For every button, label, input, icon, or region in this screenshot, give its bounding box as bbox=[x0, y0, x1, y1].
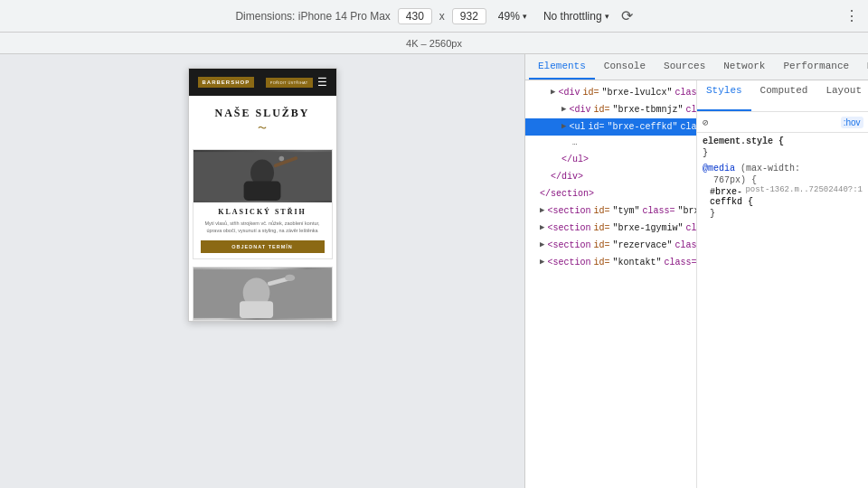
styles-panel: Styles Computed Layout Event Listeners ⊘ bbox=[697, 80, 868, 488]
zoom-chevron-icon: ▾ bbox=[523, 12, 527, 21]
elements-line-section-1gymiw[interactable]: ▶ <section id="brxe-1gymiw" class="brxe-… bbox=[525, 220, 696, 237]
media-query-line2: 767px) { post-1362.m..72502440?:1 bbox=[703, 175, 863, 185]
service-card-haircut-button[interactable]: OBJEDNAT TERMÍN bbox=[201, 240, 325, 253]
style-rule-element: element.style { } bbox=[703, 136, 863, 158]
elements-line-section-rezervace[interactable]: ▶ <section id="rezervace" class="brxe-se… bbox=[525, 237, 696, 254]
styles-tab-computed[interactable]: Computed bbox=[751, 80, 817, 111]
svg-rect-11 bbox=[193, 269, 332, 318]
haircut-image-svg bbox=[193, 150, 332, 202]
tab-elements[interactable]: Elements bbox=[529, 54, 595, 80]
zoom-value: 49% bbox=[498, 10, 520, 23]
media-inner-close: } bbox=[710, 209, 863, 219]
styles-tab-bar: Styles Computed Layout Event Listeners bbox=[697, 80, 868, 112]
site-logo: BARBERSHOP bbox=[198, 77, 255, 88]
elements-line-container[interactable]: <div id="brxe-lvulcx" class="brxe-contai… bbox=[525, 84, 696, 101]
device-label: Dimensions: iPhone 14 Pro Max bbox=[235, 10, 390, 23]
height-input[interactable] bbox=[452, 8, 486, 24]
tab-elements-label: Elements bbox=[538, 61, 586, 71]
tab-sources-label: Sources bbox=[664, 61, 705, 71]
service-card-haircut-body: KLASICKÝ STŘIH Mytí vlasů, střih strojke… bbox=[193, 202, 332, 258]
mobile-frame: BARBERSHOP POŘÍDIT ÚSTŘIHAT ☰ NAŠE SLUŽB… bbox=[188, 68, 337, 322]
devtools-tab-bar: Elements Console Sources Network Perform… bbox=[525, 54, 868, 80]
expand-arrow-icon bbox=[551, 86, 555, 99]
filter-hov-button[interactable]: :hov bbox=[841, 117, 863, 128]
styles-tab-computed-label: Computed bbox=[760, 85, 808, 96]
expand-arrow-icon2: ▶ bbox=[561, 103, 566, 117]
elements-line-div[interactable]: ▶ <div id="brxe-tbmnjz" class="brxe-div"… bbox=[525, 101, 696, 118]
device-dimension-controls: Dimensions: iPhone 14 Pro Max x 49% ▾ No… bbox=[235, 7, 632, 24]
service-card-haircut-title: KLASICKÝ STŘIH bbox=[201, 208, 325, 216]
styles-tab-styles-label: Styles bbox=[706, 85, 742, 96]
throttle-chevron-icon: ▾ bbox=[605, 12, 609, 21]
tab-console-label: Console bbox=[604, 61, 646, 71]
styles-tab-styles[interactable]: Styles bbox=[697, 80, 751, 111]
site-navigation: BARBERSHOP POŘÍDIT ÚSTŘIHAT ☰ bbox=[189, 69, 336, 96]
expand-arrow-icon3: ▶ bbox=[561, 120, 566, 134]
tab-sources[interactable]: Sources bbox=[655, 54, 714, 80]
expand-arrow-icon6: ▶ bbox=[540, 239, 544, 252]
resolution-label: 4K – 2560px bbox=[406, 38, 462, 49]
preview-area: BARBERSHOP POŘÍDIT ÚSTŘIHAT ☰ NAŠE SLUŽB… bbox=[0, 54, 524, 488]
devtools-top-bar: Dimensions: iPhone 14 Pro Max x 49% ▾ No… bbox=[0, 0, 868, 33]
tab-console[interactable]: Console bbox=[595, 54, 655, 80]
nav-cta-button[interactable]: POŘÍDIT ÚSTŘIHAT bbox=[266, 78, 313, 88]
styles-tab-layout[interactable]: Layout bbox=[816, 80, 868, 111]
throttle-value: No throttling bbox=[543, 10, 602, 23]
service-image-shave bbox=[193, 267, 332, 320]
expand-arrow-icon5: ▶ bbox=[540, 221, 544, 235]
style-source-label: post-1362.m..72502440?:1 bbox=[745, 185, 863, 194]
service-image-haircut bbox=[193, 150, 332, 202]
elements-panel: <div id="brxe-lvulcx" class="brxe-contai… bbox=[525, 80, 697, 488]
top-bar-right: ⋮ bbox=[844, 7, 859, 24]
main-area: BARBERSHOP POŘÍDIT ÚSTŘIHAT ☰ NAŠE SLUŽB… bbox=[0, 54, 868, 488]
expand-arrow-icon4: ▶ bbox=[540, 204, 544, 218]
tab-network-label: Network bbox=[723, 61, 765, 71]
svg-rect-5 bbox=[193, 152, 332, 201]
expand-arrow-icon7: ▶ bbox=[540, 256, 544, 269]
hamburger-icon[interactable]: ☰ bbox=[317, 76, 327, 89]
elements-line-close-div: </div> bbox=[525, 168, 696, 185]
styles-tab-layout-label: Layout bbox=[826, 85, 862, 96]
elements-line-dots[interactable]: … bbox=[525, 136, 696, 151]
tab-performance-label: Performance bbox=[783, 61, 849, 71]
resolution-bar: 4K – 2560px bbox=[0, 33, 868, 54]
width-input[interactable] bbox=[398, 8, 432, 24]
elements-line-section-tym[interactable]: ▶ <section id="tym" class="brxe-section"… bbox=[525, 202, 696, 220]
nav-right: POŘÍDIT ÚSTŘIHAT ☰ bbox=[266, 76, 327, 89]
elements-line-section-kontakt[interactable]: ▶ <section id="kontakt" class="brxe-sect… bbox=[525, 254, 696, 271]
more-options-button[interactable]: ⋮ bbox=[844, 7, 859, 24]
tab-network[interactable]: Network bbox=[714, 54, 774, 80]
elements-line-ul-selected[interactable]: ▶ <ul id="brxe-ceffkd" class="brxe-block… bbox=[525, 118, 696, 136]
zoom-dropdown[interactable]: 49% ▾ bbox=[494, 8, 532, 24]
style-selector-element: element.style { bbox=[703, 136, 863, 146]
service-card-haircut: KLASICKÝ STŘIH Mytí vlasů, střih strojke… bbox=[193, 149, 333, 259]
devtools-panel: Elements Console Sources Network Perform… bbox=[524, 54, 868, 488]
dimension-separator: x bbox=[439, 10, 445, 23]
services-title: NAŠE SLUŽBY bbox=[196, 107, 329, 120]
filter-icon: ⊘ bbox=[703, 117, 709, 128]
service-card-haircut-desc: Mytí vlasů, střih strojkem vč. nůžek, za… bbox=[201, 220, 325, 235]
elements-line-close-ul: </ul> bbox=[525, 151, 696, 168]
services-section: NAŠE SLUŽBY 〜 bbox=[189, 96, 336, 142]
service-card-shave bbox=[193, 267, 333, 321]
media-query-line: @media (max-width: bbox=[703, 164, 863, 174]
rotate-icon[interactable]: ⟳ bbox=[621, 7, 633, 24]
elements-line-close-section: </section> bbox=[525, 185, 696, 202]
tab-performance[interactable]: Performance bbox=[774, 54, 858, 80]
styles-filter-input[interactable] bbox=[712, 117, 837, 127]
services-decoration: 〜 bbox=[196, 122, 329, 135]
style-close-brace: } bbox=[703, 148, 863, 158]
styles-filter-row: ⊘ :hov .cls + ⊡ ⋮ bbox=[697, 112, 868, 133]
devtools-body: <div id="brxe-lvulcx" class="brxe-contai… bbox=[525, 80, 868, 488]
tab-memory[interactable]: Memory bbox=[858, 54, 868, 80]
shave-image-svg bbox=[193, 267, 332, 320]
styles-content: element.style { } @media (max-width: 767… bbox=[697, 133, 868, 488]
style-rule-media: @media (max-width: 767px) { post-1362.m.… bbox=[703, 164, 863, 219]
throttle-dropdown[interactable]: No throttling ▾ bbox=[539, 8, 614, 24]
